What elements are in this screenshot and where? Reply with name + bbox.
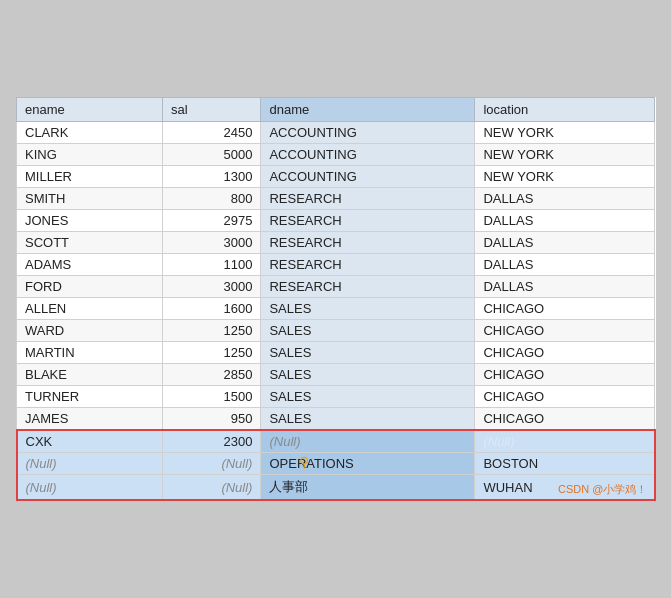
cell-location: DALLAS xyxy=(475,276,655,298)
cell-ename: WARD xyxy=(17,320,163,342)
cell-location: DALLAS xyxy=(475,232,655,254)
cell-location: BOSTON xyxy=(475,453,655,475)
cell-dname: RESEARCH xyxy=(261,232,475,254)
cell-ename: TURNER xyxy=(17,386,163,408)
cell-location: CHICAGO xyxy=(475,386,655,408)
cell-dname: SALES xyxy=(261,408,475,431)
cell-location: (Null) xyxy=(475,430,655,453)
cell-ename: FORD xyxy=(17,276,163,298)
cell-sal: 2975 xyxy=(162,210,261,232)
cell-location: CHICAGO xyxy=(475,408,655,431)
cell-ename: MILLER xyxy=(17,166,163,188)
cell-sal: 1300 xyxy=(162,166,261,188)
cell-sal: 2450 xyxy=(162,122,261,144)
cell-sal: 1100 xyxy=(162,254,261,276)
cell-dname: (Null) xyxy=(261,430,475,453)
header-ename: ename xyxy=(17,98,163,122)
cell-ename: JAMES xyxy=(17,408,163,431)
cell-dname: ACCOUNTING xyxy=(261,122,475,144)
cell-dname: SALES xyxy=(261,342,475,364)
cell-ename: CXK xyxy=(17,430,163,453)
cell-ename: ADAMS xyxy=(17,254,163,276)
table-container: ename sal dname location CLARK2450ACCOUN… xyxy=(16,97,656,501)
data-table: ename sal dname location CLARK2450ACCOUN… xyxy=(16,97,656,501)
cell-dname: 人事部 xyxy=(261,475,475,501)
cell-dname: RESEARCH xyxy=(261,188,475,210)
cell-ename: ALLEN xyxy=(17,298,163,320)
cell-location: CHICAGO xyxy=(475,364,655,386)
cell-ename: SMITH xyxy=(17,188,163,210)
cell-ename: SCOTT xyxy=(17,232,163,254)
cell-dname: RESEARCH xyxy=(261,254,475,276)
cell-ename: KING xyxy=(17,144,163,166)
cell-sal: 5000 xyxy=(162,144,261,166)
cell-location: DALLAS xyxy=(475,188,655,210)
cell-sal: 1600 xyxy=(162,298,261,320)
cell-sal: 3000 xyxy=(162,276,261,298)
cell-dname: ACCOUNTING xyxy=(261,166,475,188)
cell-sal: 950 xyxy=(162,408,261,431)
cell-ename: BLAKE xyxy=(17,364,163,386)
cell-dname: RESEARCH xyxy=(261,210,475,232)
cell-dname: OPER⚲ATIONS xyxy=(261,453,475,475)
cell-ename: MARTIN xyxy=(17,342,163,364)
cell-sal: 1250 xyxy=(162,342,261,364)
cell-ename: (Null) xyxy=(17,475,163,501)
header-location: location xyxy=(475,98,655,122)
cell-ename: CLARK xyxy=(17,122,163,144)
cell-location: NEW YORK xyxy=(475,166,655,188)
cell-sal: 800 xyxy=(162,188,261,210)
cell-dname: SALES xyxy=(261,386,475,408)
cell-location: NEW YORK xyxy=(475,144,655,166)
header-dname: dname xyxy=(261,98,475,122)
cell-location: DALLAS xyxy=(475,254,655,276)
cell-location: CHICAGO xyxy=(475,320,655,342)
cell-location: CHICAGO xyxy=(475,342,655,364)
cell-location: NEW YORK xyxy=(475,122,655,144)
header-sal: sal xyxy=(162,98,261,122)
cell-sal: (Null) xyxy=(162,475,261,501)
cell-dname: RESEARCH xyxy=(261,276,475,298)
cell-sal: 1250 xyxy=(162,320,261,342)
cell-sal: 2850 xyxy=(162,364,261,386)
cell-dname: SALES xyxy=(261,298,475,320)
cell-location: DALLAS xyxy=(475,210,655,232)
watermark-text: CSDN @小学鸡！ xyxy=(558,482,647,497)
cell-dname: SALES xyxy=(261,320,475,342)
cell-location: CHICAGO xyxy=(475,298,655,320)
cell-sal: (Null) xyxy=(162,453,261,475)
cell-sal: 1500 xyxy=(162,386,261,408)
cell-ename: (Null) xyxy=(17,453,163,475)
cell-dname: SALES xyxy=(261,364,475,386)
cell-sal: 2300 xyxy=(162,430,261,453)
cell-sal: 3000 xyxy=(162,232,261,254)
cell-dname: ACCOUNTING xyxy=(261,144,475,166)
cell-ename: JONES xyxy=(17,210,163,232)
